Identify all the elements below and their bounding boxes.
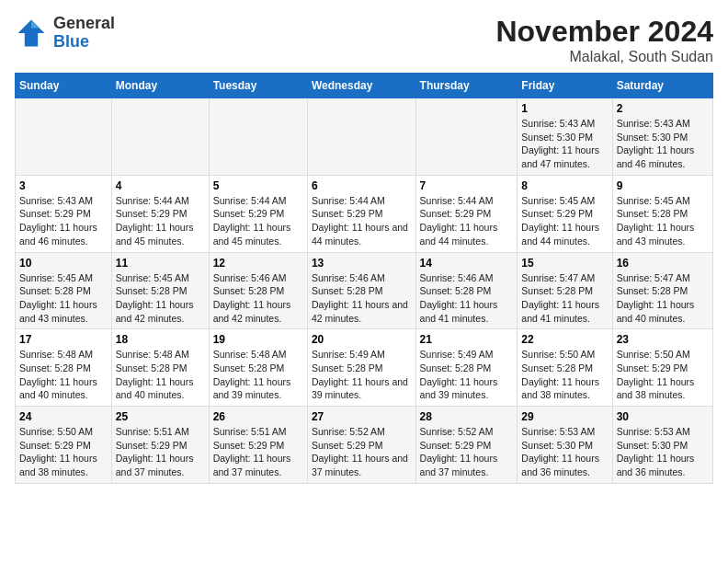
day-info: Sunrise: 5:47 AM Sunset: 5:28 PM Dayligh… <box>521 271 608 326</box>
calendar-cell: 10Sunrise: 5:45 AM Sunset: 5:28 PM Dayli… <box>16 252 112 329</box>
day-number: 22 <box>521 333 608 346</box>
calendar-cell: 22Sunrise: 5:50 AM Sunset: 5:28 PM Dayli… <box>518 329 612 407</box>
calendar-cell: 6Sunrise: 5:44 AM Sunset: 5:29 PM Daylig… <box>307 175 415 252</box>
day-info: Sunrise: 5:50 AM Sunset: 5:28 PM Dayligh… <box>521 348 608 402</box>
svg-marker-1 <box>31 19 40 28</box>
day-number: 14 <box>420 257 514 270</box>
calendar-cell: 14Sunrise: 5:46 AM Sunset: 5:28 PM Dayli… <box>415 252 518 329</box>
calendar-cell: 13Sunrise: 5:46 AM Sunset: 5:28 PM Dayli… <box>307 252 415 329</box>
calendar-cell <box>111 98 209 176</box>
day-number: 25 <box>116 410 205 423</box>
day-number: 18 <box>116 333 205 346</box>
logo-text-blue: Blue <box>53 32 89 51</box>
day-info: Sunrise: 5:50 AM Sunset: 5:29 PM Dayligh… <box>19 425 108 479</box>
day-info: Sunrise: 5:48 AM Sunset: 5:28 PM Dayligh… <box>19 348 108 402</box>
day-info: Sunrise: 5:51 AM Sunset: 5:29 PM Dayligh… <box>213 425 303 479</box>
calendar-cell: 18Sunrise: 5:48 AM Sunset: 5:28 PM Dayli… <box>111 329 209 407</box>
calendar-cell <box>415 98 518 176</box>
day-number: 30 <box>617 410 709 423</box>
header-monday: Monday <box>111 74 209 98</box>
day-info: Sunrise: 5:53 AM Sunset: 5:30 PM Dayligh… <box>617 425 709 479</box>
calendar-cell: 25Sunrise: 5:51 AM Sunset: 5:29 PM Dayli… <box>111 407 209 484</box>
calendar-cell: 3Sunrise: 5:43 AM Sunset: 5:29 PM Daylig… <box>16 175 112 252</box>
day-info: Sunrise: 5:45 AM Sunset: 5:28 PM Dayligh… <box>617 194 709 248</box>
calendar-week-row: 17Sunrise: 5:48 AM Sunset: 5:28 PM Dayli… <box>16 329 713 407</box>
day-number: 26 <box>213 410 303 423</box>
day-number: 5 <box>213 179 303 192</box>
page-header: General Blue November 2024 Malakal, Sout… <box>15 15 713 65</box>
day-info: Sunrise: 5:46 AM Sunset: 5:28 PM Dayligh… <box>420 271 514 326</box>
day-number: 10 <box>19 257 108 270</box>
calendar-cell: 5Sunrise: 5:44 AM Sunset: 5:29 PM Daylig… <box>209 175 307 252</box>
day-number: 3 <box>19 179 108 192</box>
calendar-cell: 19Sunrise: 5:48 AM Sunset: 5:28 PM Dayli… <box>209 329 307 407</box>
day-number: 2 <box>617 102 709 115</box>
day-info: Sunrise: 5:43 AM Sunset: 5:29 PM Dayligh… <box>19 194 108 248</box>
day-info: Sunrise: 5:44 AM Sunset: 5:29 PM Dayligh… <box>116 194 205 248</box>
day-number: 7 <box>420 179 514 192</box>
day-info: Sunrise: 5:45 AM Sunset: 5:28 PM Dayligh… <box>19 271 108 326</box>
header-wednesday: Wednesday <box>307 74 415 98</box>
calendar-cell: 26Sunrise: 5:51 AM Sunset: 5:29 PM Dayli… <box>209 407 307 484</box>
logo-icon <box>15 17 48 50</box>
calendar-cell: 12Sunrise: 5:46 AM Sunset: 5:28 PM Dayli… <box>209 252 307 329</box>
day-info: Sunrise: 5:51 AM Sunset: 5:29 PM Dayligh… <box>116 425 205 479</box>
calendar-cell <box>209 98 307 176</box>
calendar-cell: 1Sunrise: 5:43 AM Sunset: 5:30 PM Daylig… <box>518 98 612 176</box>
day-info: Sunrise: 5:49 AM Sunset: 5:28 PM Dayligh… <box>420 348 514 402</box>
title-block: November 2024 Malakal, South Sudan <box>495 15 713 65</box>
day-info: Sunrise: 5:43 AM Sunset: 5:30 PM Dayligh… <box>617 117 709 171</box>
day-number: 24 <box>19 410 108 423</box>
day-number: 1 <box>521 102 608 115</box>
calendar-cell <box>16 98 112 176</box>
calendar-week-row: 10Sunrise: 5:45 AM Sunset: 5:28 PM Dayli… <box>16 252 713 329</box>
calendar-cell: 30Sunrise: 5:53 AM Sunset: 5:30 PM Dayli… <box>612 407 712 484</box>
day-info: Sunrise: 5:43 AM Sunset: 5:30 PM Dayligh… <box>521 117 608 171</box>
calendar-cell: 16Sunrise: 5:47 AM Sunset: 5:28 PM Dayli… <box>612 252 712 329</box>
calendar-cell: 8Sunrise: 5:45 AM Sunset: 5:29 PM Daylig… <box>518 175 612 252</box>
calendar-cell: 7Sunrise: 5:44 AM Sunset: 5:29 PM Daylig… <box>415 175 518 252</box>
day-info: Sunrise: 5:45 AM Sunset: 5:28 PM Dayligh… <box>116 271 205 326</box>
day-number: 28 <box>420 410 514 423</box>
calendar-cell: 15Sunrise: 5:47 AM Sunset: 5:28 PM Dayli… <box>518 252 612 329</box>
day-info: Sunrise: 5:53 AM Sunset: 5:30 PM Dayligh… <box>521 425 608 479</box>
day-number: 23 <box>617 333 709 346</box>
header-thursday: Thursday <box>415 74 518 98</box>
day-number: 11 <box>116 257 205 270</box>
logo-text-general: General <box>53 14 115 32</box>
logo: General Blue <box>15 15 115 52</box>
day-number: 27 <box>312 410 412 423</box>
day-number: 20 <box>312 333 412 346</box>
day-info: Sunrise: 5:46 AM Sunset: 5:28 PM Dayligh… <box>312 271 412 326</box>
day-number: 16 <box>617 257 709 270</box>
day-info: Sunrise: 5:52 AM Sunset: 5:29 PM Dayligh… <box>312 425 412 479</box>
day-info: Sunrise: 5:48 AM Sunset: 5:28 PM Dayligh… <box>213 348 303 402</box>
calendar-cell: 20Sunrise: 5:49 AM Sunset: 5:28 PM Dayli… <box>307 329 415 407</box>
calendar-cell: 2Sunrise: 5:43 AM Sunset: 5:30 PM Daylig… <box>612 98 712 176</box>
calendar-cell <box>307 98 415 176</box>
day-info: Sunrise: 5:45 AM Sunset: 5:29 PM Dayligh… <box>521 194 608 248</box>
day-info: Sunrise: 5:47 AM Sunset: 5:28 PM Dayligh… <box>617 271 709 326</box>
day-number: 19 <box>213 333 303 346</box>
calendar-week-row: 3Sunrise: 5:43 AM Sunset: 5:29 PM Daylig… <box>16 175 713 252</box>
day-info: Sunrise: 5:44 AM Sunset: 5:29 PM Dayligh… <box>420 194 514 248</box>
header-sunday: Sunday <box>16 74 112 98</box>
calendar-header-row: SundayMondayTuesdayWednesdayThursdayFrid… <box>16 74 713 98</box>
page-title: November 2024 <box>495 15 713 49</box>
day-number: 13 <box>312 257 412 270</box>
header-saturday: Saturday <box>612 74 712 98</box>
calendar-cell: 9Sunrise: 5:45 AM Sunset: 5:28 PM Daylig… <box>612 175 712 252</box>
day-info: Sunrise: 5:48 AM Sunset: 5:28 PM Dayligh… <box>116 348 205 402</box>
day-number: 17 <box>19 333 108 346</box>
calendar-week-row: 24Sunrise: 5:50 AM Sunset: 5:29 PM Dayli… <box>16 407 713 484</box>
header-friday: Friday <box>518 74 612 98</box>
calendar-cell: 17Sunrise: 5:48 AM Sunset: 5:28 PM Dayli… <box>16 329 112 407</box>
day-number: 9 <box>617 179 709 192</box>
day-number: 21 <box>420 333 514 346</box>
header-tuesday: Tuesday <box>209 74 307 98</box>
day-info: Sunrise: 5:52 AM Sunset: 5:29 PM Dayligh… <box>420 425 514 479</box>
calendar-cell: 4Sunrise: 5:44 AM Sunset: 5:29 PM Daylig… <box>111 175 209 252</box>
calendar-table: SundayMondayTuesdayWednesdayThursdayFrid… <box>15 73 713 484</box>
day-info: Sunrise: 5:44 AM Sunset: 5:29 PM Dayligh… <box>213 194 303 248</box>
day-info: Sunrise: 5:49 AM Sunset: 5:28 PM Dayligh… <box>312 348 412 402</box>
